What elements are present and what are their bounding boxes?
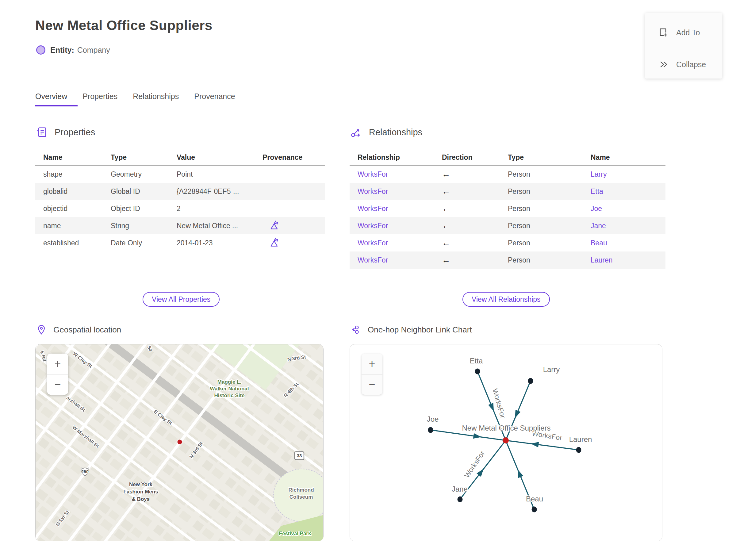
relationships-table-body: WorksFor←PersonLarryWorksFor←PersonEttaW… bbox=[350, 166, 665, 269]
col-type: Type bbox=[103, 153, 169, 162]
map-zoom-out-button[interactable]: − bbox=[47, 374, 68, 395]
property-value: Point bbox=[169, 170, 255, 178]
collapse-button[interactable]: Collapse bbox=[658, 56, 722, 73]
relationship-row: WorksFor←PersonJoe bbox=[350, 200, 665, 217]
svg-text:Maggie L.: Maggie L. bbox=[217, 379, 241, 385]
relationship-link[interactable]: WorksFor bbox=[358, 205, 388, 213]
node-label-etta: Etta bbox=[470, 357, 483, 365]
related-entity-link[interactable]: Jane bbox=[591, 222, 606, 230]
relationship-link[interactable]: WorksFor bbox=[358, 239, 388, 247]
relationship-row: WorksFor←PersonBeau bbox=[350, 234, 665, 251]
edge-label: WorksFor bbox=[491, 388, 507, 419]
relationships-section-title: Relationships bbox=[369, 127, 422, 137]
map-zoom-in-button[interactable]: + bbox=[47, 354, 68, 374]
related-entity-type: Person bbox=[500, 239, 583, 247]
edge-lauren[interactable] bbox=[506, 440, 579, 450]
property-row: globalidGlobal ID{A228944F-0EF5-... bbox=[35, 183, 325, 200]
edge-label: WorksFor bbox=[463, 449, 486, 479]
direction-arrow: ← bbox=[434, 170, 500, 179]
property-name: objectid bbox=[35, 205, 103, 213]
properties-table: Name Type Value Provenance shapeGeometry… bbox=[35, 150, 325, 251]
add-to-label: Add To bbox=[676, 28, 700, 37]
entity-type-value: Company bbox=[77, 46, 110, 55]
properties-icon bbox=[36, 126, 48, 138]
property-row: nameStringNew Metal Office ... bbox=[35, 217, 325, 234]
relationship-row: WorksFor←PersonEtta bbox=[350, 183, 665, 200]
related-entity-link[interactable]: Lauren bbox=[591, 256, 613, 264]
relationship-link[interactable]: WorksFor bbox=[358, 170, 388, 178]
add-to-icon bbox=[658, 27, 669, 38]
svg-text:& Boys: & Boys bbox=[132, 496, 150, 502]
direction-arrow: ← bbox=[434, 255, 500, 265]
col-relationship: Relationship bbox=[350, 153, 434, 162]
col-provenance: Provenance bbox=[255, 153, 325, 162]
provenance-flag-icon[interactable] bbox=[270, 220, 279, 230]
add-to-button[interactable]: Add To bbox=[658, 24, 722, 41]
property-name: shape bbox=[35, 170, 103, 178]
linkchart-canvas[interactable]: WorksForWorksForWorksForEttaLarryJoeJane… bbox=[350, 344, 662, 541]
related-entity-link[interactable]: Beau bbox=[591, 239, 607, 247]
view-all-relationships-button[interactable]: View All Relationships bbox=[462, 292, 550, 307]
related-entity-type: Person bbox=[500, 170, 583, 178]
related-entity-link[interactable]: Larry bbox=[591, 170, 607, 178]
svg-text:Coliseum: Coliseum bbox=[289, 494, 313, 500]
linkchart-zoom-control: + − bbox=[362, 354, 382, 395]
relationships-table: Relationship Direction Type Name WorksFo… bbox=[350, 150, 665, 269]
property-name: globalid bbox=[35, 187, 103, 196]
tab-provenance[interactable]: Provenance bbox=[194, 92, 235, 106]
node-beau[interactable] bbox=[532, 507, 537, 512]
edge-arrowhead bbox=[515, 469, 523, 478]
svg-text:250: 250 bbox=[81, 469, 89, 474]
property-provenance bbox=[255, 220, 325, 232]
edge-arrowhead bbox=[512, 410, 521, 419]
tab-relationships[interactable]: Relationships bbox=[133, 92, 179, 106]
route-shield-33: 33 bbox=[295, 452, 304, 460]
node-label-joe: Joe bbox=[427, 415, 439, 423]
property-row: objectidObject ID2 bbox=[35, 200, 325, 217]
tab-properties[interactable]: Properties bbox=[82, 92, 117, 106]
node-label-lauren: Lauren bbox=[569, 435, 592, 443]
map-canvas[interactable]: 250 33 k Rd W Clay St Sa arshall St W Ma… bbox=[36, 344, 324, 541]
relationship-link[interactable]: WorksFor bbox=[358, 222, 388, 230]
linkchart-section-title: One-hop Neighbor Link Chart bbox=[368, 325, 472, 335]
property-type: Global ID bbox=[103, 187, 169, 196]
provenance-flag-icon[interactable] bbox=[270, 237, 279, 247]
node-etta[interactable] bbox=[475, 369, 480, 374]
view-all-properties-button[interactable]: View All Properties bbox=[143, 292, 220, 307]
svg-text:Richmond: Richmond bbox=[288, 487, 314, 493]
tab-overview[interactable]: Overview bbox=[35, 92, 67, 106]
entity-location-marker[interactable] bbox=[178, 440, 182, 444]
property-value: {A228944F-0EF5-... bbox=[169, 187, 255, 196]
center-node-label: New Metal Office Suppliers bbox=[462, 424, 550, 432]
svg-text:New York: New York bbox=[129, 481, 152, 487]
node-label-larry: Larry bbox=[543, 365, 560, 374]
node-center-entity[interactable] bbox=[503, 437, 509, 443]
property-provenance bbox=[255, 237, 325, 249]
related-entity-link[interactable]: Etta bbox=[591, 187, 603, 195]
geospatial-section-title: Geospatial location bbox=[53, 325, 121, 335]
entity-row: Entity: Company bbox=[36, 45, 110, 55]
svg-text:Walker National: Walker National bbox=[210, 386, 249, 392]
node-joe[interactable] bbox=[428, 427, 433, 433]
property-type: Geometry bbox=[103, 170, 169, 178]
property-name: name bbox=[35, 222, 103, 230]
node-larry[interactable] bbox=[528, 378, 533, 384]
related-entity-link[interactable]: Joe bbox=[591, 205, 602, 213]
node-label-beau: Beau bbox=[526, 495, 543, 503]
property-type: Object ID bbox=[103, 205, 169, 213]
relationship-row: WorksFor←PersonLauren bbox=[350, 251, 665, 269]
linkchart-zoom-out-button[interactable]: − bbox=[362, 374, 382, 395]
link-chart-icon bbox=[351, 324, 361, 335]
linkchart-panel: WorksForWorksForWorksForEttaLarryJoeJane… bbox=[350, 344, 662, 541]
node-lauren[interactable] bbox=[576, 447, 581, 453]
actions-card: Add To Collapse bbox=[645, 13, 722, 79]
entity-detail-page: New Metal Office Suppliers Entity: Compa… bbox=[0, 0, 736, 560]
col-name: Name bbox=[35, 153, 103, 162]
svg-text:33: 33 bbox=[297, 453, 302, 458]
relationship-link[interactable]: WorksFor bbox=[358, 187, 388, 195]
node-jane[interactable] bbox=[458, 497, 463, 502]
linkchart-zoom-in-button[interactable]: + bbox=[362, 354, 382, 374]
relationship-link[interactable]: WorksFor bbox=[358, 256, 388, 264]
col-direction: Direction bbox=[434, 153, 500, 162]
property-value: 2 bbox=[169, 205, 255, 213]
